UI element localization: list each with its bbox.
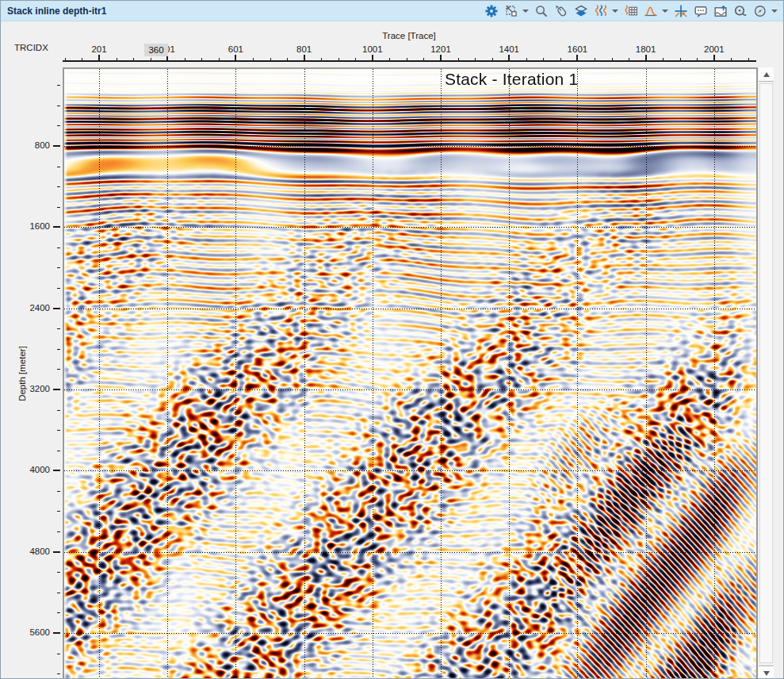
x-minor-tick (65, 58, 66, 60)
y-tick-label: 3200 (12, 384, 50, 393)
x-major-tick (304, 55, 305, 60)
layers-icon[interactable] (573, 3, 589, 19)
x-minor-tick (526, 58, 527, 60)
window-title: Stack inline depth-itr1 (1, 6, 106, 17)
y-minor-tick (57, 673, 60, 674)
y-minor-tick (57, 105, 60, 106)
x-tick-label: 801 (287, 44, 322, 54)
x-minor-tick (697, 58, 698, 60)
y-major-tick (53, 308, 60, 309)
x-tick-label: 1401 (491, 44, 526, 54)
x-tick-label: 601 (218, 44, 253, 54)
y-minor-tick (57, 247, 60, 248)
x-minor-tick (201, 58, 202, 60)
x-minor-tick (117, 58, 117, 60)
cursor-readout: 360 (144, 44, 168, 56)
x-minor-tick (270, 58, 271, 60)
compass-orientation-icon[interactable] (752, 3, 768, 19)
y-minor-tick (57, 125, 60, 126)
x-minor-tick (629, 58, 629, 60)
x-minor-tick (389, 58, 390, 60)
x-tick-label: 201 (82, 44, 117, 54)
chevron-down-icon (771, 10, 778, 13)
export-image-icon[interactable] (713, 3, 729, 19)
y-minor-tick (57, 186, 60, 187)
x-major-tick (713, 55, 715, 60)
x-major-tick (508, 55, 510, 60)
zoom-extents-icon[interactable] (503, 3, 519, 19)
scroll-up-button[interactable] (759, 67, 774, 82)
x-tick-label: 1201 (423, 44, 458, 54)
x-minor-tick (82, 58, 82, 60)
y-minor-tick (57, 288, 60, 289)
x-minor-tick (185, 58, 185, 60)
y-tick-label: 800 (12, 140, 50, 150)
zoom-magnifier-icon[interactable] (534, 3, 549, 19)
x-axis-baseline (63, 60, 756, 62)
x-minor-tick (543, 58, 544, 60)
mouse-pointer-tools-icon[interactable] (553, 3, 569, 19)
x-major-tick (372, 55, 373, 60)
y-major-tick (53, 389, 60, 390)
y-minor-tick (57, 410, 60, 411)
y-major-tick (53, 145, 60, 147)
amplitude-histogram-icon[interactable] (643, 3, 659, 19)
crosshair-pick-icon[interactable] (673, 3, 689, 19)
x-minor-tick (492, 58, 493, 60)
x-tick-label: 1601 (560, 44, 595, 54)
amplitude-histogram-dropdown[interactable] (660, 3, 669, 19)
y-minor-tick (57, 572, 60, 573)
seismic-image[interactable] (64, 69, 756, 679)
x-tick-label: 1001 (355, 44, 390, 54)
y-minor-tick (57, 349, 60, 350)
x-minor-tick (407, 58, 407, 60)
toolbar (484, 1, 780, 21)
y-tick-label: 4800 (12, 547, 50, 556)
scrollbar-thumb[interactable] (759, 83, 773, 663)
y-major-tick (53, 551, 60, 553)
y-tick-label: 2400 (12, 303, 50, 313)
x-minor-tick (731, 58, 732, 60)
corner-label: TRCIDX (14, 43, 48, 52)
y-tick-label: 1600 (12, 221, 50, 231)
wiggle-trace-display-icon[interactable] (593, 3, 609, 19)
app-window: Stack inline depth-itr1 TRCIDX Trace [Tr… (0, 0, 784, 679)
y-minor-tick (57, 491, 60, 492)
x-minor-tick (321, 58, 322, 60)
compass-orientation-dropdown[interactable] (770, 3, 778, 19)
x-major-tick (235, 55, 236, 60)
trace-spreadsheet-icon[interactable] (623, 3, 639, 19)
x-tick-label: 1801 (629, 44, 664, 54)
x-major-tick (98, 55, 100, 60)
x-minor-tick (338, 58, 339, 60)
settings-gear-icon[interactable] (484, 3, 499, 19)
vertical-scrollbar[interactable] (759, 67, 774, 679)
y-major-tick (53, 632, 60, 634)
annotation-comment-icon[interactable] (693, 3, 709, 19)
measure-tool-icon[interactable] (732, 3, 748, 19)
y-minor-tick (57, 511, 60, 512)
scroll-down-button[interactable] (759, 666, 774, 679)
chevron-down-icon (662, 10, 668, 13)
x-minor-tick (748, 58, 749, 60)
y-minor-tick (57, 369, 60, 370)
y-tick-label: 5600 (12, 627, 50, 637)
arrow-up-icon (763, 72, 770, 77)
x-minor-tick (287, 58, 288, 60)
y-minor-tick (57, 612, 60, 613)
x-tick-label: 2001 (697, 44, 732, 54)
wiggle-trace-display-dropdown[interactable] (610, 3, 619, 19)
x-major-tick (440, 55, 442, 60)
y-minor-tick (57, 207, 60, 208)
x-minor-tick (595, 58, 595, 60)
y-minor-tick (57, 531, 60, 532)
zoom-extents-dropdown[interactable] (521, 3, 530, 19)
arrow-down-icon (763, 671, 770, 676)
x-minor-tick (423, 58, 424, 60)
x-major-tick (645, 55, 647, 60)
x-minor-tick (612, 58, 613, 60)
x-minor-tick (355, 58, 356, 60)
x-minor-tick (219, 58, 220, 60)
x-minor-tick (253, 58, 254, 60)
y-minor-tick (57, 267, 60, 268)
